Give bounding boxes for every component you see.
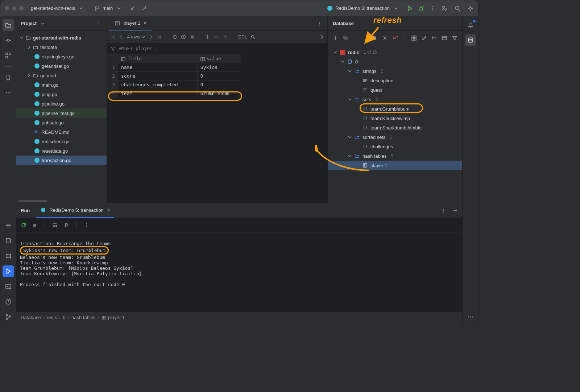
commit-tool-button[interactable] (3, 34, 14, 46)
more-horizontal-icon[interactable] (465, 311, 476, 323)
prev-page-icon[interactable] (119, 35, 124, 39)
disconnect-icon[interactable] (393, 35, 398, 41)
tree-file[interactable]: expiringkeys.go (16, 52, 107, 61)
more-vertical-icon[interactable] (312, 21, 327, 26)
run-console[interactable]: Transaction: Rearrange the teams Sykios'… (16, 232, 462, 312)
close-icon[interactable]: ✕ (143, 20, 147, 26)
add-row-icon[interactable] (205, 34, 210, 40)
settings-icon[interactable] (382, 35, 388, 41)
ddl-button[interactable]: DDL (238, 34, 247, 40)
search-icon[interactable] (250, 34, 256, 40)
run-icon[interactable] (406, 5, 413, 12)
submit-icon[interactable] (223, 34, 228, 40)
table-row[interactable]: 4teamGrumblebum (107, 89, 241, 98)
breadcrumb-item[interactable]: hash tables (71, 315, 96, 320)
tree-file[interactable]: main.go (16, 80, 107, 90)
todo-tool-button[interactable] (3, 220, 14, 231)
history-icon[interactable] (181, 34, 186, 40)
more-vertical-icon[interactable] (441, 208, 446, 213)
tree-file[interactable]: pipeline.go (16, 99, 107, 108)
filter-bar[interactable]: HMGET player:1 (107, 43, 327, 54)
tree-file-selected[interactable]: transaction.go (16, 156, 107, 165)
reload-icon[interactable] (172, 34, 177, 40)
table-row[interactable]: 1nameSykios (107, 63, 241, 72)
more-vertical-icon[interactable] (430, 5, 436, 12)
rerun-icon[interactable] (21, 222, 26, 228)
project-tree[interactable]: get-started-with-redis~ testdata expirin… (16, 31, 107, 203)
notifications-button[interactable] (465, 19, 476, 31)
filter-icon[interactable] (452, 36, 457, 41)
db-group-hash[interactable]: hash tables9 (328, 151, 462, 161)
more-vertical-icon[interactable] (84, 223, 89, 228)
services-tool-button[interactable] (3, 250, 14, 262)
open-console-icon[interactable] (442, 36, 447, 41)
settings-icon[interactable] (467, 5, 474, 12)
horizontal-scrollbar[interactable] (16, 200, 107, 203)
breadcrumb-item[interactable]: 0 (63, 315, 66, 320)
tree-folder-testdata[interactable]: testdata (16, 42, 107, 52)
jump-to-console-icon[interactable] (432, 36, 437, 41)
edit-icon[interactable] (422, 36, 427, 41)
structure-tool-button[interactable] (3, 50, 14, 61)
tree-file[interactable]: resetdata.go (16, 146, 107, 156)
project-tool-button[interactable] (3, 19, 14, 31)
tree-file[interactable]: pipeline_test.go (16, 108, 107, 118)
breadcrumb-item[interactable]: redis (47, 315, 57, 320)
tree-file[interactable]: getandset.go (16, 61, 107, 71)
table-view-icon[interactable] (411, 36, 417, 41)
window-controls[interactable] (5, 6, 24, 11)
stop-icon[interactable] (190, 34, 195, 40)
db-key-selected[interactable]: player:1 (328, 161, 462, 170)
table-row[interactable]: 2score0 (107, 72, 241, 81)
refresh-icon[interactable] (371, 35, 377, 41)
git-branch-selector[interactable]: main (92, 4, 124, 13)
db-key[interactable]: team:Grumblebum (328, 104, 462, 114)
tree-file[interactable]: ping.go (16, 90, 107, 99)
db-datasource[interactable]: redis1 of 16 (328, 48, 462, 57)
more-vertical-icon[interactable] (96, 20, 102, 27)
problems-tool-button[interactable] (3, 296, 14, 308)
database-tool-button-left[interactable] (3, 235, 14, 247)
last-page-icon[interactable] (157, 34, 162, 40)
delete-row-icon[interactable] (214, 34, 219, 40)
stop-icon[interactable] (32, 223, 37, 228)
tree-folder-gomod[interactable]: go.mod (16, 71, 107, 80)
tree-root[interactable]: get-started-with-redis~ (16, 33, 107, 42)
db-key[interactable]: team:Knucklewimp (328, 114, 462, 123)
db-schema[interactable]: 0 (328, 57, 462, 66)
terminal-tool-button[interactable] (3, 281, 14, 292)
duplicate-icon[interactable] (343, 36, 348, 41)
chevron-right-icon[interactable] (319, 35, 324, 39)
db-group-sorted[interactable]: sorted sets1 (328, 132, 462, 142)
tree-file[interactable]: M↓README.md (16, 127, 107, 137)
outgoing-icon[interactable] (141, 5, 148, 12)
chevron-down-icon[interactable] (40, 20, 46, 27)
search-icon[interactable] (454, 5, 461, 12)
first-page-icon[interactable] (111, 34, 116, 40)
run-tab[interactable]: RedisDemo 5: transaction ✕ (36, 203, 114, 218)
db-key[interactable]: quest (328, 85, 462, 95)
next-page-icon[interactable] (149, 35, 153, 39)
breadcrumb-item[interactable]: player:1 (102, 315, 125, 320)
add-datasource-icon[interactable] (333, 36, 338, 41)
code-with-me-icon[interactable] (441, 5, 448, 12)
run-config-selector[interactable]: RedisDemo 5: transaction (324, 4, 401, 13)
db-group-strings[interactable]: strings2 (328, 66, 462, 76)
database-tool-button[interactable] (465, 34, 476, 46)
db-key[interactable]: challenges (328, 142, 462, 151)
run-tool-button[interactable] (3, 265, 14, 277)
minimize-icon[interactable] (453, 208, 458, 213)
editor-tab-player1[interactable]: player:1 ✕ (109, 16, 152, 31)
more-horizontal-icon[interactable] (3, 87, 14, 99)
bookmarks-tool-button[interactable] (3, 72, 14, 83)
breadcrumb-item[interactable]: Database (21, 315, 41, 320)
db-group-sets[interactable]: sets3 (328, 95, 462, 104)
incoming-icon[interactable] (129, 5, 136, 12)
debug-icon[interactable] (418, 5, 424, 12)
table-row[interactable]: 3challenges_completed0 (107, 81, 241, 89)
data-grid[interactable]: field value 1nameSykios 2score0 3challen… (107, 54, 241, 98)
vcs-tool-button[interactable] (3, 311, 14, 323)
row-count-button[interactable]: 4 rows (127, 34, 145, 40)
db-key[interactable]: team:Snarkdumbthimble (328, 123, 462, 132)
project-selector[interactable]: get-started-with-redis (29, 4, 87, 13)
